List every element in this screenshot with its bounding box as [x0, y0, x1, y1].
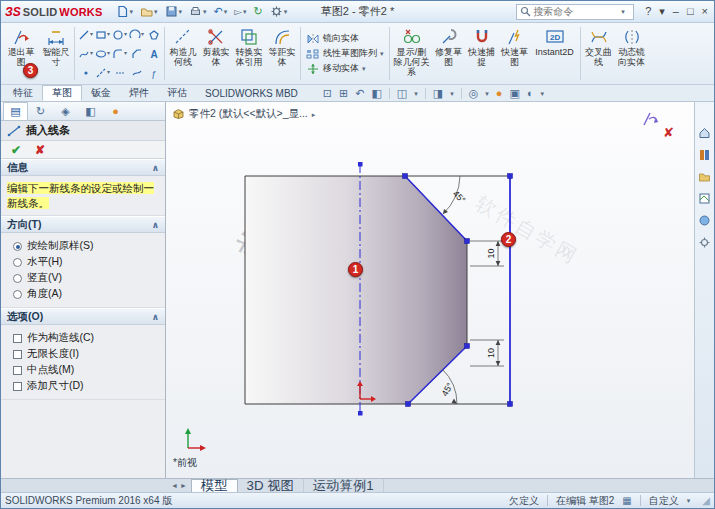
construction-line-button[interactable]	[111, 63, 128, 82]
open-button[interactable]: ▾	[138, 4, 160, 19]
radio-vertical[interactable]: 竖直(V)	[7, 270, 159, 286]
instant2d-button[interactable]: 2D Instant2D	[532, 24, 578, 83]
section-header-options[interactable]: 选项(O) ∧	[1, 308, 165, 325]
dimension-10-upper[interactable]: 10	[470, 241, 504, 266]
sketch-canvas[interactable]: 10 10 45°	[166, 102, 694, 478]
smart-dimension-button[interactable]: 智能尺寸	[40, 24, 72, 83]
view-orientation-icon[interactable]: ◫	[397, 88, 407, 99]
cancel-x-button[interactable]: ✘	[35, 144, 45, 156]
design-library-button[interactable]	[698, 148, 711, 161]
tab-model[interactable]: 模型	[191, 479, 238, 492]
search-input[interactable]	[533, 6, 619, 17]
custom-dropdown[interactable]: 自定义	[649, 494, 679, 508]
centerline-endpoint[interactable]	[358, 162, 363, 167]
circle-button[interactable]: ▾	[111, 25, 128, 44]
previous-view-icon[interactable]: ↶	[355, 88, 364, 99]
radio-as-sketched[interactable]: 按绘制原样(S)	[7, 238, 159, 254]
dimension-angle-bottom[interactable]: 45°	[440, 369, 457, 404]
ellipse-button[interactable]: ▾	[94, 44, 111, 63]
point-button[interactable]	[77, 63, 94, 82]
dimension-angle-top[interactable]: 45°	[443, 176, 468, 214]
move-entities-button[interactable]: 移动实体 ▾	[305, 62, 385, 75]
options-button[interactable]: ▾	[268, 4, 290, 19]
mirror-entities-button[interactable]: 镜向实体	[305, 32, 385, 45]
construction-geometry-button[interactable]: 构造几何线	[167, 24, 199, 83]
section-header-message[interactable]: 信息 ∧	[1, 159, 165, 176]
help-button[interactable]: ?	[645, 6, 651, 17]
tab-solidworks-mbd[interactable]: SOLIDWORKS MBD	[196, 85, 307, 101]
checkbox-add-dimensions[interactable]: 添加尺寸(D)	[7, 378, 159, 394]
view-settings-icon[interactable]: ◐	[527, 88, 534, 99]
sketch-fillet-button[interactable]: ▾	[111, 44, 128, 63]
tab-dimxpertmanager[interactable]: ◧	[78, 102, 103, 120]
checkbox-infinite-length[interactable]: 无限长度(I)	[7, 346, 159, 362]
tab-features[interactable]: 特征	[4, 85, 42, 101]
cancel-sketch-icon[interactable]: ✘	[663, 127, 674, 139]
undo-button[interactable]: ↶▾	[212, 4, 230, 19]
apply-scene-icon[interactable]: ▣	[509, 88, 519, 99]
select-button[interactable]: ▻▾	[232, 5, 248, 18]
offset-entities-button[interactable]: 等距实体	[266, 24, 298, 83]
checkbox-for-construction[interactable]: 作为构造线(C)	[7, 330, 159, 346]
linear-sketch-pattern-button[interactable]: 线性草图阵列 ▾	[305, 47, 385, 60]
rapid-sketch-button[interactable]: 快速草图	[499, 24, 531, 83]
trim-entities-button[interactable]: 剪裁实体	[200, 24, 232, 83]
solidworks-resources-button[interactable]	[698, 126, 711, 139]
edit-appearance-icon[interactable]: ●	[496, 88, 503, 99]
tab-evaluate[interactable]: 评估	[158, 85, 196, 101]
custom-properties-button[interactable]	[698, 236, 711, 249]
sketch-chamfer-button[interactable]	[128, 44, 145, 63]
tab-featuremanager[interactable]: ↻	[28, 102, 53, 120]
display-delete-relations-button[interactable]: 显示/删除几何关系	[392, 24, 432, 83]
tab-sketch[interactable]: 草图	[42, 85, 82, 101]
corner-rectangle-button[interactable]: ▾	[94, 25, 111, 44]
centerpoint-arc-button[interactable]: ▾	[128, 25, 145, 44]
equation-curve-button[interactable]: ƒ	[145, 63, 162, 82]
dynamic-mirror-button[interactable]: 动态镜向实体	[616, 24, 648, 83]
repair-sketch-button[interactable]: 修复草图	[433, 24, 465, 83]
tab-3d-views[interactable]: 3D 视图	[238, 479, 304, 492]
tab-configurationmanager[interactable]: ◈	[53, 102, 78, 120]
save-button[interactable]: ▾	[163, 4, 185, 19]
print-button[interactable]: ▾	[187, 4, 209, 19]
centerline-endpoint[interactable]	[358, 411, 363, 416]
polygon-button[interactable]	[145, 25, 162, 44]
file-explorer-button[interactable]	[698, 170, 711, 183]
sketch-text-button[interactable]: A	[145, 44, 162, 63]
graphics-area[interactable]: 零件2 (默认<<默认>_显... ▸ ✘ 软件自学网 软件自学网	[166, 102, 694, 478]
zoom-area-icon[interactable]: ⊞	[339, 88, 348, 99]
view-palette-button[interactable]	[698, 192, 711, 205]
tab-scroll-arrows[interactable]: ◄►	[167, 479, 191, 492]
tab-weldments[interactable]: 焊件	[120, 85, 158, 101]
maximize-button[interactable]: □	[687, 6, 694, 17]
confirm-check-button[interactable]: ✔	[11, 144, 21, 156]
minimize-button[interactable]: –	[673, 6, 679, 17]
new-document-button[interactable]: ▾	[114, 4, 136, 19]
section-header-orientation[interactable]: 方向(T) ∧	[1, 216, 165, 233]
zoom-fit-icon[interactable]: ⊡	[323, 88, 332, 99]
tab-propertymanager[interactable]: ▤	[3, 102, 28, 120]
quick-snaps-button[interactable]: 快速捕捉	[466, 24, 498, 83]
hide-show-items-icon[interactable]: ◎	[469, 88, 479, 99]
part-profile-region[interactable]	[245, 176, 467, 404]
dimension-10-lower[interactable]: 10	[470, 340, 504, 366]
tab-displaymanager[interactable]: ●	[103, 102, 128, 120]
section-view-icon[interactable]: ◧	[371, 88, 381, 99]
checkbox-midpoint-line[interactable]: 中点线(M)	[7, 362, 159, 378]
display-style-icon[interactable]: ◨	[433, 88, 443, 99]
tab-sheet-metal[interactable]: 钣金	[82, 85, 120, 101]
spline-surface-button[interactable]	[128, 63, 145, 82]
appearances-scenes-button[interactable]	[698, 214, 711, 227]
spline-button[interactable]: ▾	[77, 44, 94, 63]
units-grid-icon[interactable]: ▦	[622, 495, 631, 506]
close-button[interactable]: ×	[702, 6, 708, 17]
exit-sketch-confirm-icon[interactable]	[640, 110, 660, 128]
centerline-button[interactable]: ▾	[94, 63, 111, 82]
intersection-curve-button[interactable]: 交叉曲线	[583, 24, 615, 83]
tab-motion-study-1[interactable]: 运动算例1	[304, 479, 384, 492]
radio-angle[interactable]: 角度(A)	[7, 286, 159, 302]
convert-entities-button[interactable]: 转换实体引用	[233, 24, 265, 83]
sketch-line-button[interactable]: ▾	[77, 25, 94, 44]
resize-grip-icon[interactable]: ◢	[702, 495, 710, 506]
radio-horizontal[interactable]: 水平(H)	[7, 254, 159, 270]
